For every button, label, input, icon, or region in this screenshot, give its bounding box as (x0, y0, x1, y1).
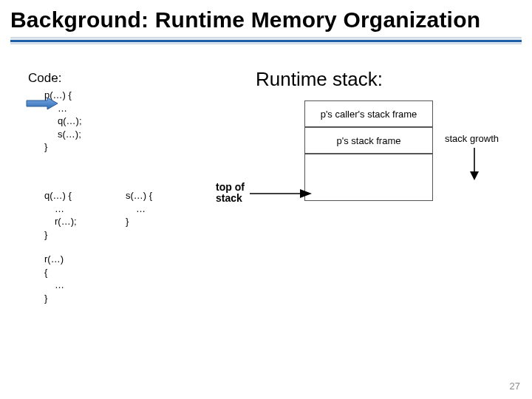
svg-marker-0 (27, 98, 58, 109)
pointer-arrow-icon (25, 96, 59, 111)
stack-frame-label: p's stack frame (336, 135, 400, 146)
svg-marker-2 (470, 171, 479, 180)
code-line: … (55, 279, 64, 292)
top-of-stack-label: top of stack (216, 182, 245, 205)
svg-marker-4 (300, 189, 312, 198)
code-line: s(…) { (126, 189, 152, 202)
code-block-r: r(…) { … } (44, 253, 64, 304)
stack-growth-label: stack growth (445, 133, 499, 144)
right-arrow-icon (248, 186, 315, 201)
code-line: } (44, 140, 250, 154)
code-line: … (55, 202, 77, 216)
code-column: Code: p(…) { … q(…); s(…); } (28, 71, 250, 154)
code-line: … (58, 102, 250, 115)
down-arrow-icon (467, 146, 482, 182)
page-number: 27 (510, 381, 520, 392)
code-line: { (44, 266, 64, 279)
code-block-p: p(…) { … q(…); s(…); } (28, 89, 250, 154)
tos-line2: stack (216, 193, 245, 204)
stack-frame-empty (304, 154, 433, 201)
code-line: q(…); (58, 115, 250, 128)
code-line: } (44, 228, 77, 242)
code-label: Code: (28, 71, 250, 86)
code-block-q: q(…) { … r(…); } (44, 189, 77, 241)
code-line: } (44, 292, 64, 305)
code-line: p(…) { (44, 89, 250, 102)
code-line: r(…); (55, 215, 77, 228)
stack-frame-label: p's caller's stack frame (321, 109, 417, 120)
stack-frame-p: p's stack frame (304, 127, 433, 154)
runtime-stack-title: Runtime stack: (256, 68, 383, 91)
stack-frame-caller: p's caller's stack frame (304, 100, 433, 127)
code-line: q(…) { (44, 189, 77, 202)
tos-line1: top of (216, 182, 245, 193)
code-line: r(…) (44, 253, 64, 266)
code-line: } (126, 215, 152, 228)
code-block-s: s(…) { … } (126, 189, 152, 228)
title-rule (0, 37, 532, 44)
slide-title: Background: Runtime Memory Organization (0, 0, 532, 37)
code-line: … (136, 202, 152, 216)
code-line: s(…); (58, 128, 250, 141)
slide: Background: Runtime Memory Organization … (0, 0, 532, 399)
